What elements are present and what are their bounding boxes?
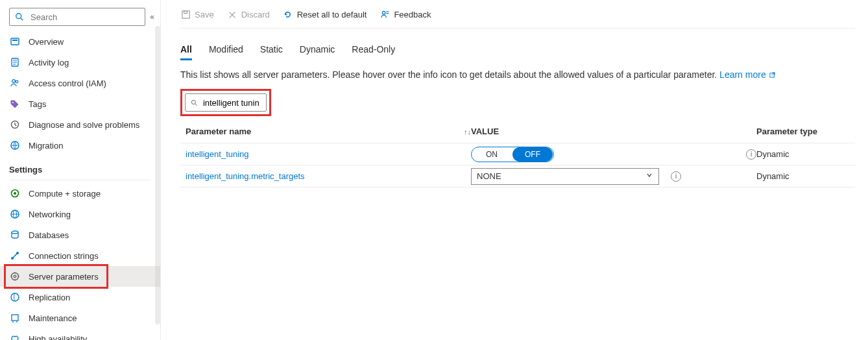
sidebar-item-label: Replication (29, 293, 70, 302)
close-icon (227, 10, 237, 20)
sidebar-search-field[interactable] (29, 12, 141, 23)
overview-icon (9, 36, 21, 47)
sidebar-item-iam[interactable]: Access control (IAM) (0, 73, 160, 93)
col-parameter-name[interactable]: Parameter name ↑↓ (186, 127, 471, 136)
sidebar-item-label: Databases (29, 230, 69, 240)
sort-icon[interactable]: ↑↓ (464, 128, 471, 136)
feedback-label: Feedback (394, 10, 431, 19)
svg-point-10 (12, 102, 14, 103)
migration-icon (9, 140, 21, 151)
sidebar-item-compute[interactable]: Compute + storage (0, 183, 160, 204)
toggle-on-off[interactable]: ONOFF (471, 147, 554, 162)
svg-rect-33 (182, 11, 189, 18)
sidebar-item-label: Migration (29, 141, 63, 151)
sidebar-item-label: Diagnose and solve problems (29, 120, 139, 130)
search-icon (14, 11, 25, 23)
table-header: Parameter name ↑↓ VALUE Parameter type (180, 120, 855, 143)
sidebar-item-label: Maintenance (29, 313, 77, 323)
sidebar-item-activity[interactable]: Activity log (0, 52, 160, 73)
feedback-icon (380, 10, 390, 20)
col-type[interactable]: Parameter type (756, 127, 850, 136)
tab-dynamic[interactable]: Dynamic (300, 44, 335, 60)
sidebar-item-label: Compute + storage (29, 189, 101, 199)
collapse-sidebar-button[interactable]: « (149, 12, 155, 21)
svg-point-42 (191, 100, 195, 104)
sidebar-item-label: Access control (IAM) (29, 79, 106, 88)
learn-more-link[interactable]: Learn more (719, 69, 775, 80)
sidebar-search-input[interactable] (9, 8, 145, 26)
databases-icon (9, 229, 21, 241)
svg-point-24 (14, 275, 16, 278)
svg-rect-30 (12, 315, 18, 321)
parameter-link[interactable]: intelligent_tuning (186, 149, 249, 159)
tab-all[interactable]: All (180, 44, 192, 60)
sidebar-item-ha[interactable]: High availability (0, 328, 160, 340)
tab-read-only[interactable]: Read-Only (352, 44, 395, 60)
divider (9, 180, 151, 180)
filter-row (180, 89, 855, 116)
parameter-search-input[interactable] (185, 93, 267, 112)
svg-point-20 (12, 231, 18, 234)
search-icon (191, 99, 198, 107)
filter-highlight (180, 89, 271, 116)
settings-section-header: Settings (0, 156, 160, 178)
svg-point-0 (16, 14, 21, 19)
sidebar-item-repl[interactable]: Replication (0, 287, 160, 308)
save-label: Save (195, 10, 214, 19)
sidebar-item-maint[interactable]: Maintenance (0, 308, 160, 328)
reset-label: Reset all to default (297, 10, 367, 19)
sidebar-item-label: Connection strings (29, 251, 99, 261)
repl-icon (9, 291, 21, 303)
sidebar-item-migration[interactable]: Migration (0, 135, 160, 156)
sidebar-item-label: High availability (29, 334, 87, 341)
discard-button[interactable]: Discard (227, 10, 270, 20)
chevron-down-icon (645, 171, 653, 181)
main-content: Save Discard Reset all to default Feedba… (161, 0, 868, 340)
description-text: This list shows all server parameters. P… (180, 69, 868, 80)
sidebar-item-label: Server parameters (29, 272, 99, 282)
info-icon[interactable]: i (671, 171, 681, 182)
sidebar-item-diagnose[interactable]: Diagnose and solve problems (0, 114, 160, 135)
sidebar-item-tags[interactable]: Tags (0, 93, 160, 114)
sidebar-item-overview[interactable]: Overview (0, 31, 160, 52)
svg-point-23 (12, 273, 19, 280)
sidebar-item-params[interactable]: Server parameters (0, 266, 160, 287)
sidebar-item-databases[interactable]: Databases (0, 225, 160, 245)
reset-button[interactable]: Reset all to default (283, 10, 367, 20)
save-icon (180, 10, 191, 20)
sidebar-item-label: Tags (29, 99, 46, 109)
parameter-search-field[interactable] (202, 97, 261, 108)
value-dropdown[interactable]: NONE (471, 168, 659, 185)
svg-rect-34 (184, 11, 187, 14)
reset-icon (283, 10, 293, 20)
save-button[interactable]: Save (180, 10, 214, 20)
sidebar-item-conn[interactable]: Connection strings (0, 245, 160, 266)
parameter-type: Dynamic (756, 149, 850, 159)
svg-rect-3 (12, 40, 18, 41)
table-row: intelligent_tuningONOFFiDynamic (180, 143, 855, 165)
activity-icon (9, 56, 21, 68)
svg-point-29 (11, 293, 19, 301)
tags-icon (9, 98, 21, 110)
svg-line-1 (21, 18, 23, 20)
params-icon (9, 271, 21, 282)
col-value[interactable]: VALUE (471, 127, 756, 136)
parameter-link[interactable]: intelligent_tuning.metric_targets (186, 171, 305, 181)
svg-point-8 (12, 80, 16, 83)
info-icon[interactable]: i (746, 149, 756, 160)
parameters-table: Parameter name ↑↓ VALUE Parameter type i… (180, 120, 855, 188)
maint-icon (9, 312, 21, 324)
svg-point-9 (16, 80, 18, 83)
tab-modified[interactable]: Modified (209, 44, 243, 60)
tab-static[interactable]: Static (260, 44, 283, 60)
conn-icon (9, 250, 21, 261)
sidebar-item-label: Activity log (29, 58, 69, 67)
svg-line-43 (195, 103, 197, 105)
network-icon (9, 208, 21, 220)
svg-point-37 (382, 11, 385, 14)
sidebar: « OverviewActivity logAccess control (IA… (0, 0, 161, 340)
compute-icon (9, 188, 21, 199)
svg-point-21 (11, 257, 14, 260)
sidebar-item-network[interactable]: Networking (0, 204, 160, 225)
feedback-button[interactable]: Feedback (380, 10, 431, 20)
